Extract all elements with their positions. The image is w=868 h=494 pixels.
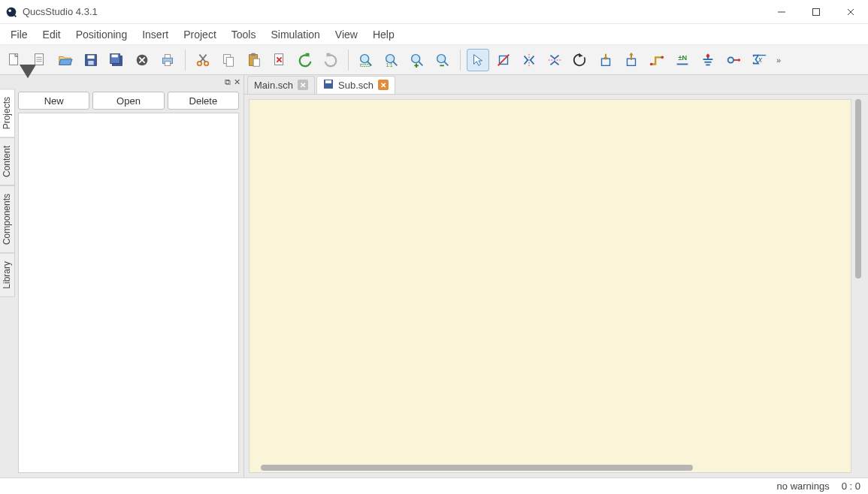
ground-button[interactable] [697, 49, 719, 71]
svg-point-64 [650, 62, 653, 65]
side-tab-projects[interactable]: Projects [0, 89, 15, 137]
dropdown-arrow-icon [20, 65, 24, 69]
project-new-button[interactable]: New [18, 92, 89, 110]
menu-view[interactable]: View [328, 26, 365, 44]
svg-rect-79 [325, 80, 331, 83]
side-tab-library[interactable]: Library [0, 253, 15, 297]
tab-sub-sch[interactable]: Sub.sch ✕ [316, 76, 395, 94]
menu-help[interactable]: Help [365, 26, 402, 44]
project-open-button[interactable]: Open [92, 92, 164, 110]
toolbar-separator [460, 50, 461, 71]
delete-button[interactable] [268, 49, 291, 71]
svg-text:x: x [758, 55, 763, 63]
close-document-button[interactable] [131, 49, 153, 71]
deactivate-button[interactable] [492, 49, 515, 71]
toolbar: 1:1 ±N x » [0, 45, 868, 75]
svg-text:±N: ±N [679, 54, 688, 62]
horizontal-scrollbar[interactable] [261, 464, 836, 471]
main-area: ⧉ ✕ Projects Content Components Library … [0, 75, 868, 477]
toolbar-separator [185, 50, 186, 71]
vertical-scrollbar[interactable] [853, 99, 863, 473]
svg-rect-33 [253, 59, 259, 66]
zoom-in-button[interactable] [406, 49, 428, 71]
open-button[interactable] [54, 49, 77, 71]
mirror-y-button[interactable] [518, 49, 540, 71]
svg-point-75 [738, 59, 741, 62]
copy-button[interactable] [217, 49, 240, 71]
print-button[interactable] [156, 49, 179, 71]
app-icon [5, 5, 18, 19]
tab-label: Main.sch [254, 80, 293, 91]
status-cursor-position: 0 : 0 [839, 480, 863, 492]
svg-rect-41 [361, 64, 370, 66]
redo-button[interactable] [319, 49, 342, 71]
dock-close-button[interactable]: ✕ [234, 77, 240, 87]
zoom-fit-button[interactable] [355, 49, 377, 71]
svg-line-43 [393, 61, 398, 65]
select-pointer-button[interactable] [467, 49, 489, 71]
pop-out-subcircuit-button[interactable] [620, 49, 643, 71]
canvas-wrapper [244, 95, 868, 477]
projects-list[interactable] [18, 113, 239, 473]
save-icon [323, 79, 334, 92]
cut-button[interactable] [192, 49, 214, 71]
menu-simulation[interactable]: Simulation [263, 26, 327, 44]
toolbar-overflow-button[interactable]: » [773, 56, 784, 65]
menu-positioning[interactable]: Positioning [68, 26, 135, 44]
svg-marker-57 [579, 53, 583, 57]
zoom-actual-button[interactable]: 1:1 [380, 49, 403, 71]
projects-panel: New Open Delete [15, 89, 243, 477]
toolbar-separator [348, 50, 349, 71]
new-document-button[interactable] [3, 49, 26, 71]
schematic-canvas[interactable] [249, 99, 851, 473]
side-tab-strip: Projects Content Components Library [0, 89, 15, 477]
save-all-button[interactable] [105, 49, 128, 71]
undo-button[interactable] [294, 49, 316, 71]
tab-label: Sub.sch [338, 80, 374, 91]
svg-line-50 [444, 61, 449, 65]
zoom-out-button[interactable] [431, 49, 454, 71]
svg-rect-3 [813, 8, 820, 15]
side-tab-components[interactable]: Components [0, 185, 15, 253]
status-bar: no warnings 0 : 0 [0, 477, 868, 494]
svg-point-73 [728, 57, 733, 62]
go-into-subcircuit-button[interactable] [594, 49, 617, 71]
window-minimize-button[interactable] [764, 0, 799, 24]
status-warnings: no warnings [774, 480, 833, 492]
paste-button[interactable] [243, 49, 265, 71]
svg-marker-63 [629, 52, 634, 55]
menu-edit[interactable]: Edit [35, 26, 68, 44]
svg-point-65 [661, 56, 664, 59]
mirror-x-button[interactable] [543, 49, 566, 71]
dock-float-button[interactable]: ⧉ [225, 77, 231, 87]
svg-rect-32 [251, 53, 256, 56]
tab-main-sch[interactable]: Main.sch ✕ [247, 76, 315, 94]
svg-rect-24 [165, 61, 170, 65]
tab-close-icon[interactable]: ✕ [298, 80, 308, 90]
window-maximize-button[interactable] [799, 0, 833, 24]
port-button[interactable] [722, 49, 745, 71]
equation-button[interactable]: x [748, 49, 770, 71]
menu-file[interactable]: File [3, 26, 35, 44]
wire-button[interactable] [646, 49, 668, 71]
dock-header: ⧉ ✕ [0, 75, 243, 89]
window-close-button[interactable] [833, 0, 868, 24]
wire-label-button[interactable]: ±N [671, 49, 694, 71]
menu-project[interactable]: Project [176, 26, 224, 44]
menu-bar: File Edit Positioning Insert Project Too… [0, 24, 868, 45]
menu-insert[interactable]: Insert [135, 26, 176, 44]
svg-rect-23 [165, 54, 170, 58]
svg-line-46 [419, 61, 423, 65]
center-panel: Main.sch ✕ Sub.sch ✕ [244, 75, 868, 477]
svg-rect-30 [226, 57, 233, 66]
side-tab-content[interactable]: Content [0, 137, 15, 185]
svg-text:1:1: 1:1 [386, 62, 393, 68]
new-text-document-button[interactable] [29, 49, 51, 71]
save-button[interactable] [80, 49, 102, 71]
svg-point-1 [8, 9, 11, 12]
svg-line-40 [367, 61, 372, 65]
project-delete-button[interactable]: Delete [168, 92, 239, 110]
rotate-button[interactable] [569, 49, 591, 71]
tab-close-icon[interactable]: ✕ [378, 80, 389, 90]
menu-tools[interactable]: Tools [224, 26, 264, 44]
